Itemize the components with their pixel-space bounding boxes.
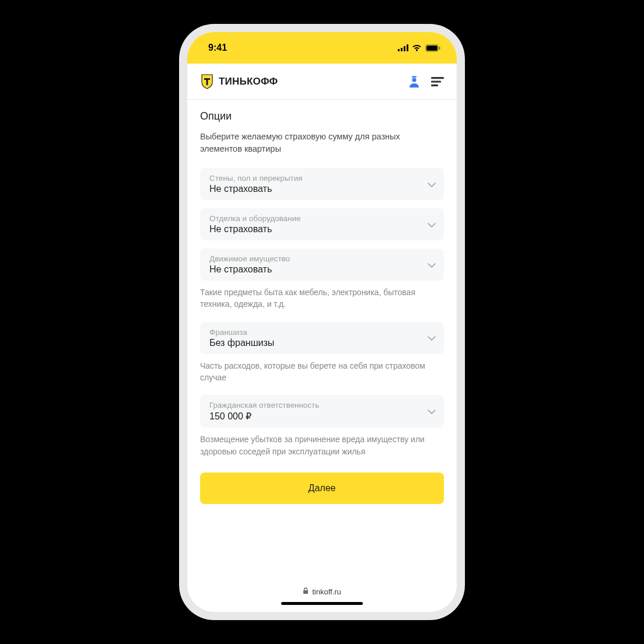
- select-franchise[interactable]: Франшиза Без франшизы: [200, 322, 444, 354]
- select-walls-value: Не страховать: [209, 184, 302, 194]
- franchise-help-text: Часть расходов, которые вы берете на себ…: [200, 360, 444, 384]
- svg-rect-6: [439, 47, 440, 50]
- svg-rect-7: [412, 76, 416, 78]
- select-walls[interactable]: Стены, пол и перекрытия Не страховать: [200, 168, 444, 200]
- status-right: [398, 44, 440, 52]
- svg-rect-11: [431, 84, 438, 86]
- brand-name: ТИНЬКОФФ: [219, 76, 278, 88]
- url-row[interactable]: tinkoff.ru: [303, 587, 341, 596]
- select-walls-label: Стены, пол и перекрытия: [209, 174, 302, 183]
- page-title: Опции: [200, 110, 444, 123]
- svg-rect-9: [431, 77, 444, 79]
- svg-rect-12: [303, 590, 308, 594]
- browser-domain: tinkoff.ru: [312, 587, 341, 596]
- nav-right: [408, 75, 444, 88]
- select-liability[interactable]: Гражданская ответственность 150 000 ₽: [200, 395, 444, 428]
- chevron-down-icon: [428, 332, 436, 343]
- lock-icon: [303, 587, 309, 596]
- content: Опции Выберите желаемую страховую сумму …: [187, 100, 457, 585]
- cellular-signal-icon: [398, 44, 408, 51]
- user-icon[interactable]: [408, 75, 421, 88]
- svg-point-8: [412, 78, 416, 82]
- phone-screen: 9:41 ТИНЬКОФФ: [187, 32, 457, 612]
- select-liability-value: 150 000 ₽: [209, 411, 319, 422]
- movable-help-text: Такие предметы быта как мебель, электрон…: [200, 286, 444, 310]
- select-franchise-label: Франшиза: [209, 328, 274, 337]
- chevron-down-icon: [428, 179, 436, 190]
- menu-icon[interactable]: [431, 77, 444, 86]
- next-button[interactable]: Далее: [200, 473, 444, 504]
- status-bar: 9:41: [187, 32, 457, 64]
- liability-help-text: Возмещение убытков за причинение вреда и…: [200, 433, 444, 457]
- svg-rect-2: [404, 46, 405, 51]
- chevron-down-icon: [428, 260, 436, 270]
- browser-bottom-bar: tinkoff.ru: [187, 585, 457, 612]
- nav-bar: ТИНЬКОФФ: [187, 64, 457, 100]
- svg-rect-5: [426, 46, 438, 51]
- select-finish-value: Не страховать: [209, 224, 301, 235]
- svg-rect-10: [431, 80, 441, 82]
- brand[interactable]: ТИНЬКОФФ: [200, 74, 278, 90]
- chevron-down-icon: [428, 406, 436, 416]
- page-subtitle: Выберите желаемую страховую сумму для ра…: [200, 131, 444, 155]
- select-movable-label: Движимое имущество: [209, 254, 290, 263]
- select-movable[interactable]: Движимое имущество Не страховать: [200, 249, 444, 281]
- status-time: 9:41: [208, 43, 227, 53]
- home-indicator[interactable]: [281, 602, 363, 605]
- svg-rect-3: [407, 44, 408, 51]
- battery-icon: [425, 44, 440, 52]
- phone-frame: 9:41 ТИНЬКОФФ: [179, 24, 465, 620]
- select-liability-label: Гражданская ответственность: [209, 401, 319, 410]
- wifi-icon: [412, 44, 422, 51]
- brand-logo-icon: [200, 74, 214, 90]
- select-finish[interactable]: Отделка и оборудование Не страховать: [200, 208, 444, 240]
- select-finish-label: Отделка и оборудование: [209, 214, 301, 223]
- svg-rect-0: [398, 49, 400, 51]
- select-franchise-value: Без франшизы: [209, 338, 274, 348]
- svg-rect-1: [401, 48, 402, 51]
- select-movable-value: Не страховать: [209, 264, 290, 275]
- chevron-down-icon: [428, 219, 436, 230]
